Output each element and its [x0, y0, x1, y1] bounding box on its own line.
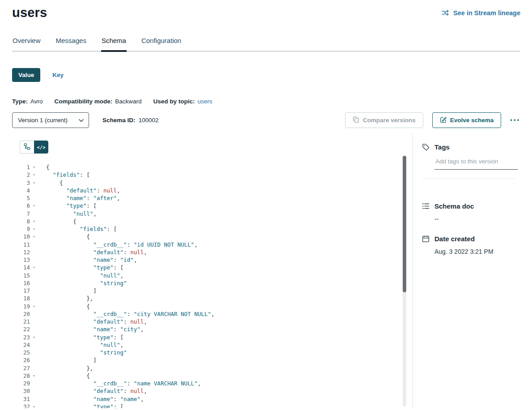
- code-content: "type": [: [38, 403, 123, 408]
- fold-toggle-icon[interactable]: ▾: [30, 171, 38, 179]
- line-number: 9: [16, 225, 30, 233]
- fold-toggle-icon[interactable]: ▾: [30, 163, 38, 171]
- fold-toggle-icon[interactable]: ▾: [30, 372, 38, 380]
- code-content: "type": [: [38, 264, 123, 271]
- fold-toggle-icon[interactable]: ▾: [30, 233, 38, 240]
- fold-toggle-icon[interactable]: ▾: [30, 179, 38, 187]
- line-number: 20: [16, 310, 30, 318]
- fold-spacer: [30, 395, 38, 403]
- code-content: "type": [: [38, 333, 123, 341]
- tab-schema[interactable]: Schema: [101, 37, 127, 51]
- stream-lineage-label: See in Stream lineage: [453, 9, 520, 17]
- fold-spacer: [30, 287, 38, 295]
- fold-spacer: [30, 241, 38, 248]
- schema-content: </> 1▾{2▾ "fields": [3▾ {4 "default": nu…: [12, 133, 520, 408]
- code-line: 23▾ "type": [: [16, 333, 413, 341]
- code-line: 1▾{: [16, 163, 413, 171]
- code-line: 20 "__crdb__": "city VARCHAR NOT NULL",: [16, 310, 413, 318]
- fold-toggle-icon[interactable]: ▾: [30, 218, 38, 225]
- tab-overview[interactable]: Overview: [12, 37, 41, 51]
- line-number: 18: [16, 295, 30, 302]
- type-value: Avro: [30, 98, 43, 105]
- tab-bar: OverviewMessagesSchemaConfiguration: [12, 37, 520, 52]
- line-number: 3: [16, 179, 30, 187]
- line-number: 25: [16, 349, 30, 356]
- code-content: "fields": [: [38, 225, 117, 233]
- date-created-title: Date created: [434, 235, 475, 243]
- compatibility-mode: Compatibility mode:Backward: [55, 98, 142, 105]
- code-content: "default": null,: [38, 248, 147, 256]
- fold-toggle-icon[interactable]: ▾: [30, 333, 38, 341]
- key-toggle-button[interactable]: Key: [52, 72, 64, 78]
- code-line: 29 "__crdb__": "name VARCHAR NULL",: [16, 380, 413, 387]
- code-content: "name": "after",: [38, 194, 120, 202]
- code-content: "string": [38, 349, 127, 356]
- compare-versions-label: Compare versions: [363, 117, 416, 124]
- code-content: "null",: [38, 272, 123, 279]
- line-number: 27: [16, 364, 30, 372]
- code-line: 28▾ {: [16, 372, 413, 380]
- date-created-section-header: Date created: [422, 235, 520, 243]
- code-content: {: [38, 372, 90, 380]
- code-line: 12 "default": null,: [16, 248, 413, 256]
- line-number: 11: [16, 241, 30, 248]
- code-content: "default": null,: [38, 318, 147, 325]
- code-content: "type": [: [38, 202, 97, 209]
- editor-scrollbar[interactable]: [403, 156, 406, 406]
- fold-toggle-icon[interactable]: ▾: [30, 225, 38, 233]
- code-line: 27 },: [16, 364, 413, 372]
- tree-view-button[interactable]: [20, 141, 34, 154]
- stream-lineage-link[interactable]: See in Stream lineage: [442, 9, 520, 17]
- schema-doc-title: Schema doc: [434, 202, 474, 210]
- line-number: 14: [16, 264, 30, 271]
- evolve-schema-button[interactable]: Evolve schema: [432, 112, 502, 128]
- schema-type: Type:Avro: [12, 98, 43, 105]
- code-content: "string": [38, 279, 127, 287]
- code-content: },: [38, 295, 93, 302]
- code-line: 25 "string": [16, 349, 413, 356]
- fold-toggle-icon[interactable]: ▾: [30, 202, 38, 209]
- tab-configuration[interactable]: Configuration: [141, 37, 182, 51]
- code-line: 30 "default": null,: [16, 387, 413, 395]
- fold-spacer: [30, 318, 38, 325]
- fold-toggle-icon[interactable]: ▾: [30, 264, 38, 271]
- fold-toggle-icon[interactable]: ▾: [30, 303, 38, 310]
- page-title: users: [12, 5, 47, 20]
- code-content: "__crdb__": "city VARCHAR NOT NULL",: [38, 310, 214, 318]
- line-number: 26: [16, 356, 30, 364]
- code-content: "fields": [: [38, 171, 90, 179]
- code-line: 9▾ "fields": [: [16, 225, 413, 233]
- more-options-button[interactable]: •••: [510, 115, 520, 125]
- code-line: 32▾ "type": [: [16, 403, 413, 408]
- line-number: 7: [16, 210, 30, 218]
- code-line: 7 "null",: [16, 210, 413, 218]
- fold-spacer: [30, 364, 38, 372]
- code-view-button[interactable]: </>: [34, 141, 48, 154]
- schema-editor-panel: </> 1▾{2▾ "fields": [3▾ {4 "default": nu…: [12, 133, 413, 408]
- topic-link[interactable]: users: [198, 98, 213, 105]
- fold-spacer: [30, 256, 38, 264]
- tab-messages[interactable]: Messages: [55, 37, 87, 51]
- version-select[interactable]: Version 1 (current): [12, 112, 89, 128]
- value-toggle-button[interactable]: Value: [12, 68, 40, 82]
- code-line: 26 ]: [16, 356, 413, 364]
- fold-toggle-icon[interactable]: ▾: [30, 403, 38, 408]
- schema-page: users See in Stream lineage OverviewMess…: [0, 0, 532, 410]
- code-content: },: [38, 364, 93, 372]
- code-line: 22 "name": "city",: [16, 325, 413, 333]
- compare-versions-button[interactable]: Compare versions: [345, 112, 423, 128]
- fold-spacer: [30, 295, 38, 302]
- stream-lineage-icon: [442, 9, 450, 16]
- line-number: 15: [16, 272, 30, 279]
- schema-doc-value: --: [434, 215, 520, 222]
- scrollbar-thumb[interactable]: [403, 156, 406, 292]
- code-line: 17 ]: [16, 287, 413, 295]
- schema-sidebar: Tags Schema doc -- Date created Aug. 3 2…: [413, 133, 520, 408]
- used-by-topic: Used by topic:users: [153, 98, 213, 105]
- line-number: 22: [16, 325, 30, 333]
- tags-input[interactable]: [434, 158, 518, 170]
- code-content: {: [38, 218, 77, 225]
- editor-view-toggle: </>: [20, 141, 413, 154]
- page-header: users See in Stream lineage: [0, 0, 532, 20]
- fold-spacer: [30, 310, 38, 318]
